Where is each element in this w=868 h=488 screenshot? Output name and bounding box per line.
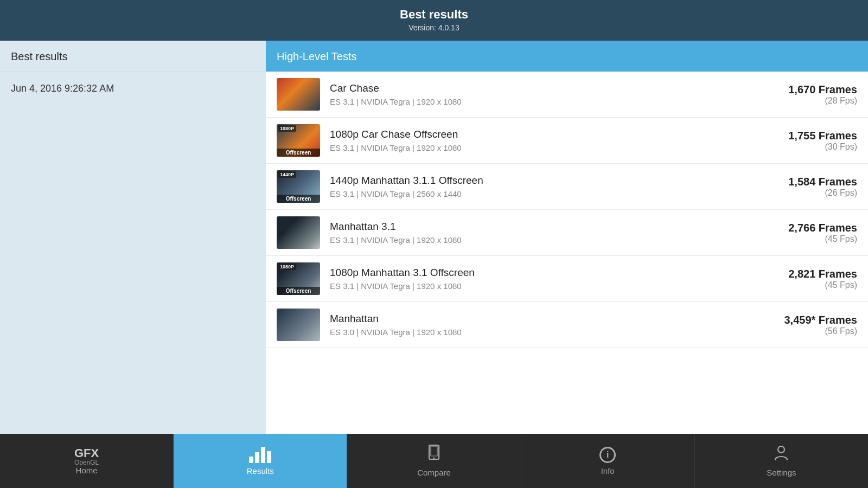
content-panel: High-Level Tests Car ChaseES 3.1 | NVIDI… — [266, 41, 868, 434]
thumb-badge: Offscreen — [277, 195, 320, 203]
test-fps-1080p-car-chase-offscreen: (30 Fps) — [788, 142, 857, 152]
test-meta-1080p-manhattan-31-offscreen: ES 3.1 | NVIDIA Tegra | 1920 x 1080 — [330, 281, 788, 291]
main-container: Best results Jun 4, 2016 9:26:32 AM High… — [0, 41, 868, 434]
test-thumbnail-1080p-car-chase-offscreen: 1080POffscreen — [277, 124, 320, 157]
header-title: Best results — [0, 8, 868, 22]
test-meta-1440p-manhattan-offscreen: ES 3.1 | NVIDIA Tegra | 2560 x 1440 — [330, 189, 788, 198]
test-frames-1080p-car-chase-offscreen: 1,755 Frames — [788, 130, 857, 142]
test-fps-1080p-manhattan-31-offscreen: (45 Fps) — [788, 280, 857, 290]
test-thumbnail-car-chase — [277, 78, 320, 111]
svg-point-4 — [778, 446, 784, 453]
header-version: Version: 4.0.13 — [0, 23, 868, 32]
test-row-1440p-manhattan-offscreen[interactable]: 1440POffscreen1440p Manhattan 3.1.1 Offs… — [266, 164, 868, 210]
test-score-1080p-car-chase-offscreen: 1,755 Frames(30 Fps) — [788, 130, 857, 152]
test-row-manhattan-31[interactable]: Manhattan 3.1ES 3.1 | NVIDIA Tegra | 192… — [266, 210, 868, 256]
test-info-manhattan: ManhattanES 3.0 | NVIDIA Tegra | 1920 x … — [330, 313, 784, 337]
test-name-manhattan-31: Manhattan 3.1 — [330, 221, 788, 233]
person-icon — [774, 445, 788, 465]
sidebar-date: Jun 4, 2016 9:26:32 AM — [0, 72, 266, 105]
test-row-manhattan[interactable]: ManhattanES 3.0 | NVIDIA Tegra | 1920 x … — [266, 302, 868, 348]
gfx-logo-icon: GFX OpenGL — [74, 447, 99, 466]
test-thumbnail-manhattan-31 — [277, 216, 320, 249]
test-score-1440p-manhattan-offscreen: 1,584 Frames(26 Fps) — [788, 176, 857, 198]
app-header: Best results Version: 4.0.13 — [0, 0, 868, 41]
thumb-badge: Offscreen — [277, 287, 320, 295]
thumb-badge-top: 1440P — [278, 171, 296, 178]
test-meta-manhattan: ES 3.0 | NVIDIA Tegra | 1920 x 1080 — [330, 328, 784, 337]
test-info-car-chase: Car ChaseES 3.1 | NVIDIA Tegra | 1920 x … — [330, 82, 788, 106]
test-row-1080p-car-chase-offscreen[interactable]: 1080POffscreen1080p Car Chase OffscreenE… — [266, 118, 868, 164]
content-section-label: High-Level Tests — [266, 41, 868, 72]
bar3 — [261, 447, 265, 463]
test-meta-1080p-car-chase-offscreen: ES 3.1 | NVIDIA Tegra | 1920 x 1080 — [330, 143, 788, 152]
gfx-text-big: GFX — [74, 447, 99, 459]
nav-label-results: Results — [247, 466, 274, 476]
test-name-1080p-car-chase-offscreen: 1080p Car Chase Offscreen — [330, 129, 788, 140]
test-score-manhattan-31: 2,766 Frames(45 Fps) — [788, 222, 857, 244]
test-name-car-chase: Car Chase — [330, 82, 788, 94]
test-fps-car-chase: (28 Fps) — [788, 96, 857, 106]
bar4 — [267, 451, 271, 463]
bar2 — [255, 452, 259, 463]
test-info-1440p-manhattan-offscreen: 1440p Manhattan 3.1.1 OffscreenES 3.1 | … — [330, 175, 788, 198]
test-row-1080p-manhattan-31-offscreen[interactable]: 1080POffscreen1080p Manhattan 3.1 Offscr… — [266, 256, 868, 302]
compare-icon — [427, 445, 441, 465]
test-frames-1080p-manhattan-31-offscreen: 2,821 Frames — [788, 268, 857, 280]
nav-label-settings: Settings — [767, 468, 796, 477]
bar-chart-icon — [249, 447, 271, 463]
gfx-text-opengl: OpenGL — [74, 459, 99, 466]
test-frames-manhattan-31: 2,766 Frames — [788, 222, 857, 234]
test-score-1080p-manhattan-31-offscreen: 2,821 Frames(45 Fps) — [788, 268, 857, 290]
thumb-badge: Offscreen — [277, 149, 320, 157]
bottom-navigation: GFX OpenGL Home Results Compare i Info — [0, 434, 868, 488]
test-name-manhattan: Manhattan — [330, 313, 784, 325]
test-meta-car-chase: ES 3.1 | NVIDIA Tegra | 1920 x 1080 — [330, 97, 788, 106]
test-thumbnail-1440p-manhattan-offscreen: 1440POffscreen — [277, 170, 320, 203]
thumb-badge-top: 1080P — [278, 125, 296, 132]
test-score-manhattan: 3,459* Frames(56 Fps) — [784, 314, 857, 336]
test-frames-car-chase: 1,670 Frames — [788, 84, 857, 96]
test-info-1080p-car-chase-offscreen: 1080p Car Chase OffscreenES 3.1 | NVIDIA… — [330, 129, 788, 152]
svg-rect-1 — [431, 446, 437, 456]
test-frames-manhattan: 3,459* Frames — [784, 314, 857, 326]
info-circle-icon: i — [599, 447, 616, 463]
svg-point-2 — [433, 458, 435, 459]
test-list: Car ChaseES 3.1 | NVIDIA Tegra | 1920 x … — [266, 72, 868, 348]
test-row-car-chase[interactable]: Car ChaseES 3.1 | NVIDIA Tegra | 1920 x … — [266, 72, 868, 118]
test-thumbnail-manhattan — [277, 309, 320, 341]
thumb-badge-top: 1080P — [278, 264, 296, 270]
test-fps-manhattan-31: (45 Fps) — [788, 234, 857, 244]
nav-item-compare[interactable]: Compare — [347, 434, 521, 488]
nav-item-settings[interactable]: Settings — [695, 434, 868, 488]
test-meta-manhattan-31: ES 3.1 | NVIDIA Tegra | 1920 x 1080 — [330, 235, 788, 245]
test-fps-1440p-manhattan-offscreen: (26 Fps) — [788, 188, 857, 198]
nav-label-info: Info — [601, 466, 615, 476]
nav-item-results[interactable]: Results — [174, 434, 347, 488]
test-frames-1440p-manhattan-offscreen: 1,584 Frames — [788, 176, 857, 188]
nav-item-home[interactable]: GFX OpenGL Home — [0, 434, 174, 488]
sidebar: Best results Jun 4, 2016 9:26:32 AM — [0, 41, 266, 434]
test-info-manhattan-31: Manhattan 3.1ES 3.1 | NVIDIA Tegra | 192… — [330, 221, 788, 245]
test-name-1080p-manhattan-31-offscreen: 1080p Manhattan 3.1 Offscreen — [330, 267, 788, 279]
nav-item-info[interactable]: i Info — [521, 434, 695, 488]
sidebar-heading: Best results — [0, 41, 266, 72]
bar1 — [249, 457, 253, 463]
test-fps-manhattan: (56 Fps) — [784, 326, 857, 336]
test-thumbnail-1080p-manhattan-31-offscreen: 1080POffscreen — [277, 262, 320, 295]
nav-label-home: Home — [76, 466, 98, 475]
test-name-1440p-manhattan-offscreen: 1440p Manhattan 3.1.1 Offscreen — [330, 175, 788, 187]
test-info-1080p-manhattan-31-offscreen: 1080p Manhattan 3.1 OffscreenES 3.1 | NV… — [330, 267, 788, 291]
test-score-car-chase: 1,670 Frames(28 Fps) — [788, 84, 857, 106]
nav-label-compare: Compare — [417, 468, 451, 477]
